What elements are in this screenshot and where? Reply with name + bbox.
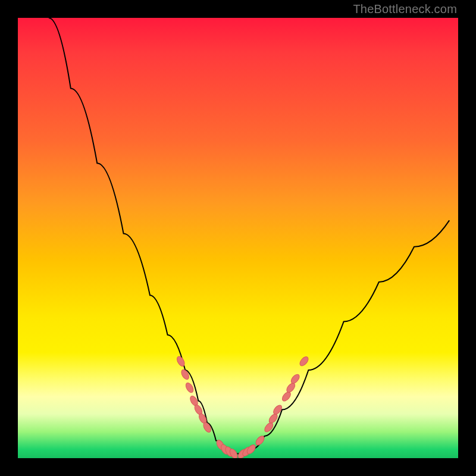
marker-dot — [263, 421, 274, 433]
marker-dot — [184, 381, 195, 394]
plot-area — [18, 18, 458, 458]
marker-dot — [285, 381, 296, 393]
bottleneck-curve — [49, 18, 449, 454]
outer-frame: TheBottleneck.com — [0, 0, 476, 476]
marker-dot — [281, 390, 292, 402]
watermark-text: TheBottleneck.com — [353, 2, 457, 16]
marker-dot — [298, 355, 309, 367]
marker-dot — [290, 373, 301, 385]
chart-svg — [18, 18, 458, 458]
marker-dot — [180, 368, 190, 381]
